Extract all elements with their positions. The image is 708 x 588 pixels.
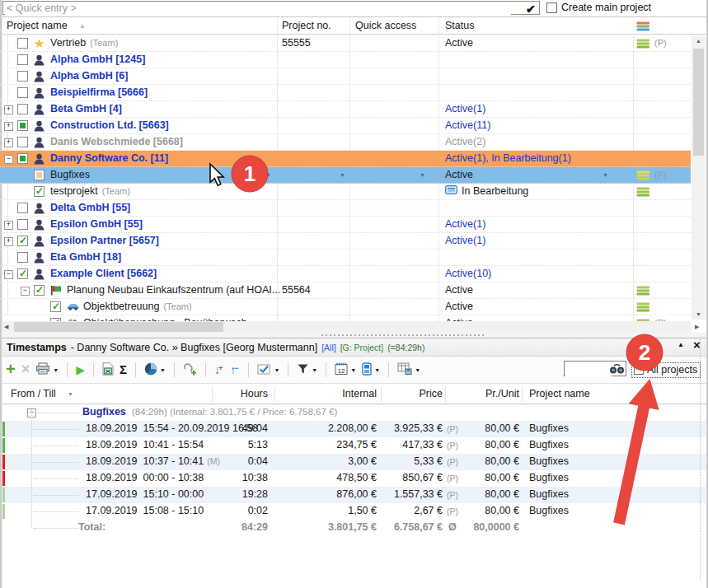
add-button[interactable]: +: [6, 363, 16, 377]
project-checkbox[interactable]: [17, 38, 28, 49]
timestamp-row[interactable]: 18.09.2019 15:54 - 20.09.2019 16:5849:04…: [0, 421, 708, 437]
project-row[interactable]: ★Vertrieb(Team)55555Active(P): [0, 35, 691, 52]
project-row[interactable]: −Example Client [5662]Active(10): [0, 266, 691, 282]
project-checkbox[interactable]: [17, 87, 28, 98]
column-header-from-till[interactable]: From / Till: [11, 388, 56, 399]
play-button[interactable]: ▶: [76, 364, 85, 376]
project-checkbox[interactable]: [34, 170, 45, 180]
project-checkbox[interactable]: [17, 104, 28, 114]
expander-toggle[interactable]: +: [4, 122, 13, 131]
status-legend-icon[interactable]: [636, 21, 650, 34]
pie-chart-button[interactable]: ▼: [144, 362, 166, 378]
project-checkbox[interactable]: [34, 285, 45, 296]
expander-toggle[interactable]: +: [4, 237, 13, 246]
table-save-menu-caret[interactable]: ▼: [415, 367, 420, 373]
cell-dropdown-icon[interactable]: ▼: [340, 172, 345, 178]
all-projects-checkbox[interactable]: [634, 365, 644, 375]
scroll-down-icon[interactable]: ▼: [692, 311, 706, 317]
project-row[interactable]: Eta GmbH [18]: [0, 250, 691, 266]
scroll-right-icon[interactable]: ▶: [695, 324, 699, 330]
column-header-status[interactable]: Status: [445, 20, 474, 31]
project-row[interactable]: +Danis Webschmiede [5668]Active(2): [0, 134, 691, 151]
project-checkbox[interactable]: [17, 203, 28, 213]
calendar-button[interactable]: 12▼: [335, 362, 356, 377]
expander-toggle[interactable]: −: [4, 155, 13, 164]
filter-button[interactable]: ▼: [297, 363, 317, 377]
binoculars-icon[interactable]: [609, 363, 625, 377]
filter-menu-caret[interactable]: ▼: [312, 367, 317, 373]
project-row[interactable]: +Epsilon GmbH [55]Active(1): [0, 217, 691, 233]
project-checkbox[interactable]: [17, 54, 28, 65]
project-row[interactable]: +Beta GmbH [4]Active(1): [0, 101, 691, 118]
calendar-menu-caret[interactable]: ▼: [350, 367, 356, 373]
project-row[interactable]: +Epsilon Partner [5657]Active(1): [0, 233, 691, 250]
scrollbar-thumb[interactable]: [14, 322, 223, 332]
print-button[interactable]: ▼: [35, 362, 59, 377]
column-header-per-unit[interactable]: Pr./Unit: [462, 388, 519, 399]
timestamps-group-row[interactable]: − Bugfixes (84:29h) (Internal: 3.801,75 …: [0, 404, 708, 421]
collapse-panel-icon[interactable]: ▲: [678, 341, 684, 348]
expander-toggle[interactable]: −: [4, 270, 13, 279]
scrollbar-thumb[interactable]: [693, 49, 704, 156]
project-checkbox[interactable]: [50, 318, 61, 321]
project-checkbox[interactable]: [17, 153, 28, 164]
scroll-up-icon[interactable]: ▲: [692, 38, 706, 44]
search-input[interactable]: [565, 362, 612, 376]
search-field[interactable]: [564, 361, 626, 376]
column-header-hours[interactable]: Hours: [190, 388, 268, 399]
arrow-down-plus-button[interactable]: ↓+: [214, 364, 224, 376]
column-header-price[interactable]: Price: [375, 388, 443, 399]
project-checkbox[interactable]: [17, 236, 28, 246]
project-checkbox[interactable]: [17, 252, 28, 263]
project-row[interactable]: Objektbetreuung(Team)Active: [0, 299, 691, 315]
project-checkbox[interactable]: [34, 186, 45, 197]
project-row[interactable]: Delta GmbH [55]: [0, 200, 691, 217]
folder-check-menu-caret[interactable]: ▼: [274, 367, 279, 373]
tree-vertical-scrollbar[interactable]: ▲ ▼: [692, 35, 706, 320]
quick-entry-field[interactable]: ✔: [2, 1, 540, 15]
device-button[interactable]: ▼: [362, 362, 380, 378]
column-header-project-name[interactable]: Project name: [529, 388, 590, 399]
column-header-internal[interactable]: Internal: [277, 388, 377, 399]
expander-toggle[interactable]: +: [4, 221, 13, 230]
column-header-quick-access[interactable]: Quick access: [355, 20, 416, 31]
folder-check-button[interactable]: ▼: [257, 363, 279, 377]
all-projects-toggle[interactable]: All projects: [631, 362, 701, 378]
cell-dropdown-icon[interactable]: ▼: [420, 172, 425, 178]
device-menu-caret[interactable]: ▼: [374, 367, 380, 373]
expander-toggle[interactable]: +: [4, 138, 13, 147]
project-checkbox[interactable]: [50, 301, 61, 312]
scroll-left-icon[interactable]: ◀: [4, 324, 8, 330]
project-row[interactable]: Alpha GmbH [1245]: [0, 52, 691, 68]
create-main-project-checkbox[interactable]: [546, 2, 557, 13]
project-row[interactable]: −Planung Neubau Einkaufszentrum (auf HOA…: [0, 282, 691, 299]
expander-toggle[interactable]: +: [4, 105, 13, 114]
checkmark-icon[interactable]: ✔: [526, 2, 536, 16]
column-header-project-name[interactable]: Project name: [7, 20, 68, 31]
cell-dropdown-icon[interactable]: ▼: [603, 172, 608, 178]
arrow-up-minus-button[interactable]: ↑−: [230, 364, 240, 376]
cell-dropdown-icon[interactable]: ▼: [265, 172, 271, 178]
link-add-button[interactable]: [183, 362, 197, 378]
project-row[interactable]: Beispielfirma [5666]: [0, 85, 691, 101]
expander-toggle[interactable]: −: [21, 287, 30, 296]
delete-button[interactable]: ×: [21, 363, 30, 376]
timestamp-row[interactable]: 17.09.2019 15:10 - 00:0019:28876,00 €1.5…: [0, 487, 708, 503]
timestamp-row[interactable]: 18.09.2019 10:41 - 15:545:13234,75 €417,…: [0, 437, 708, 454]
pie-chart-menu-caret[interactable]: ▼: [160, 367, 166, 373]
project-row[interactable]: Alpha GmbH [6]: [0, 68, 691, 85]
project-row[interactable]: −Danny Software Co. [11]Active(1), In Be…: [0, 151, 691, 167]
excel-export-button[interactable]: [102, 362, 114, 378]
table-save-button[interactable]: ▼: [397, 362, 420, 377]
sum-button[interactable]: Σ: [120, 364, 127, 376]
project-row[interactable]: Objektüberwachung - Bauüberwach...Active…: [0, 315, 691, 321]
quick-entry-input[interactable]: [5, 2, 511, 15]
print-menu-caret[interactable]: ▼: [53, 367, 59, 373]
project-checkbox[interactable]: [17, 137, 28, 147]
project-checkbox[interactable]: [17, 219, 28, 230]
project-row[interactable]: BugfixesActive(P)▼▼▼▼: [0, 167, 691, 184]
chevron-down-icon[interactable]: ▼: [68, 391, 73, 397]
timestamp-row[interactable]: 18.09.2019 00:00 - 10:3810:38478,50 €850…: [0, 470, 708, 487]
project-checkbox[interactable]: [17, 71, 28, 82]
project-row[interactable]: +Construction Ltd. [5663]Active(11): [0, 118, 691, 134]
